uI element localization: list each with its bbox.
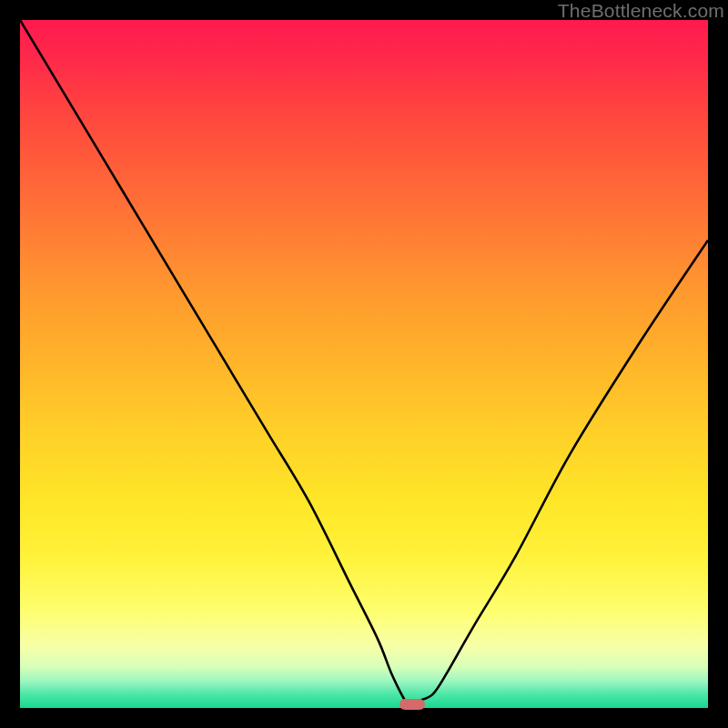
curve-path xyxy=(20,20,708,708)
plot-area xyxy=(20,20,708,708)
chart-frame: TheBottleneck.com xyxy=(0,0,728,728)
optimal-marker xyxy=(399,699,425,710)
watermark-text: TheBottleneck.com xyxy=(558,0,724,22)
bottleneck-curve xyxy=(20,20,708,708)
